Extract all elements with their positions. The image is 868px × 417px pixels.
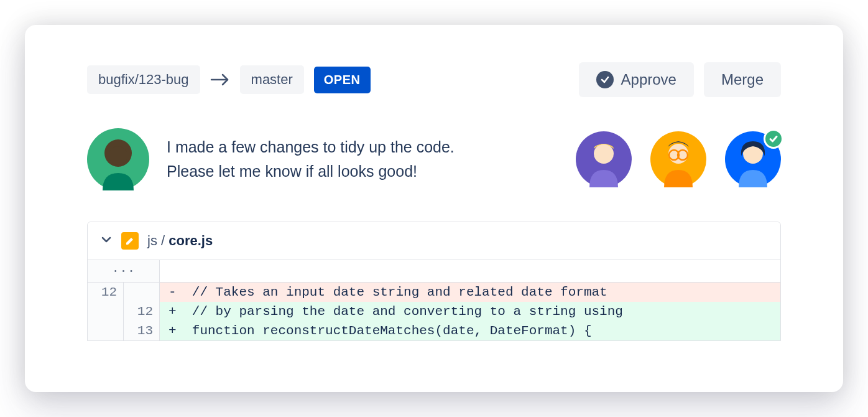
desc-line-1: I made a few changes to tidy up the code… <box>167 135 558 159</box>
author-avatar[interactable] <box>87 128 149 190</box>
pull-request-card: bugfix/123-bug master OPEN Approve Merge <box>25 25 843 392</box>
old-line-number <box>88 321 124 340</box>
approve-label: Approve <box>621 71 676 88</box>
reviewers-list <box>576 131 781 187</box>
code-content: - // Takes an input date string and rela… <box>160 283 780 302</box>
diff-ellipsis-row[interactable]: ··· <box>88 260 780 283</box>
svg-point-5 <box>594 144 614 164</box>
check-circle-icon <box>596 71 614 88</box>
old-line-number: 12 <box>88 283 124 302</box>
new-line-number <box>124 283 160 302</box>
approved-check-icon <box>764 129 783 149</box>
ellipsis-icon: ··· <box>88 260 160 283</box>
desc-line-2: Please let me know if all looks good! <box>167 159 558 184</box>
svg-point-3 <box>109 146 127 165</box>
reviewer-avatar[interactable] <box>725 131 781 187</box>
file-name: core.js <box>169 233 213 248</box>
merge-label: Merge <box>721 71 764 88</box>
source-branch-chip[interactable]: bugfix/123-bug <box>87 65 200 94</box>
description-row: I made a few changes to tidy up the code… <box>25 97 843 209</box>
file-dir: js / <box>147 233 169 248</box>
new-line-number: 13 <box>124 321 160 340</box>
old-line-number <box>88 302 124 321</box>
target-branch-chip[interactable]: master <box>240 65 304 94</box>
reviewer-avatar[interactable] <box>576 131 632 187</box>
code-content: + // by parsing the date and converting … <box>160 302 780 321</box>
diff-file-header: js / core.js <box>88 222 780 260</box>
diff-body: ··· 12- // Takes an input date string an… <box>88 260 780 340</box>
diff-line[interactable]: 12- // Takes an input date string and re… <box>88 283 780 302</box>
code-content: + function reconstructDateMatches(date, … <box>160 321 780 340</box>
arrow-right-icon <box>210 72 230 87</box>
diff-line[interactable]: 13+ function reconstructDateMatches(date… <box>88 321 780 340</box>
edit-file-icon <box>121 232 139 250</box>
pr-description: I made a few changes to tidy up the code… <box>167 135 558 184</box>
reviewer-avatar[interactable] <box>650 131 706 187</box>
diff-line[interactable]: 12+ // by parsing the date and convertin… <box>88 302 780 321</box>
pr-header: bugfix/123-bug master OPEN Approve Merge <box>25 25 843 97</box>
new-line-number: 12 <box>124 302 160 321</box>
file-path[interactable]: js / core.js <box>147 233 213 249</box>
merge-button[interactable]: Merge <box>704 62 781 97</box>
approve-button[interactable]: Approve <box>579 62 694 97</box>
status-badge: OPEN <box>314 67 371 93</box>
chevron-down-icon[interactable] <box>100 233 113 248</box>
diff-panel: js / core.js ··· 12- // Takes an input d… <box>87 222 781 341</box>
